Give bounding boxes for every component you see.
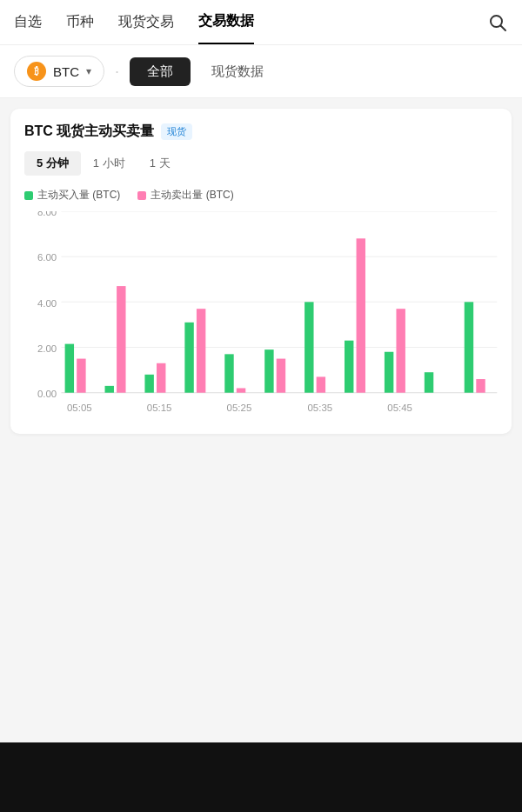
time-tab-5min[interactable]: 5 分钟 — [24, 151, 81, 176]
legend-buy: 主动买入量 (BTC) — [24, 188, 120, 203]
search-button[interactable] — [487, 12, 508, 33]
sell-color-dot — [137, 191, 146, 200]
svg-text:05:35: 05:35 — [307, 403, 332, 413]
bar-buy-8 — [385, 352, 393, 393]
bar-sell-1 — [117, 286, 125, 393]
sell-label: 主动卖出量 (BTC) — [151, 188, 233, 203]
bar-sell-6 — [317, 376, 325, 392]
time-tabs: 5 分钟 1 小时 1 天 — [24, 151, 498, 176]
bar-sell-2 — [157, 363, 165, 393]
buy-color-dot — [24, 191, 33, 200]
bar-buy-4 — [224, 354, 233, 392]
bar-buy-10 — [465, 302, 473, 392]
svg-text:8.00: 8.00 — [37, 211, 57, 217]
bar-buy-7 — [345, 341, 353, 393]
bottom-bar — [0, 742, 522, 812]
svg-text:05:25: 05:25 — [227, 403, 252, 413]
divider: · — [115, 63, 119, 81]
coin-selector[interactable]: ₿ BTC ▾ — [14, 56, 104, 87]
nav-item-bizhong[interactable]: 币种 — [66, 1, 94, 43]
bar-sell-0 — [77, 359, 85, 393]
bar-buy-3 — [184, 323, 193, 393]
chart-area: 8.00 6.00 4.00 2.00 0.00 — [24, 211, 498, 420]
tab-all[interactable]: 全部 — [130, 57, 191, 86]
bar-sell-3 — [197, 309, 205, 393]
bar-buy-2 — [144, 375, 153, 393]
tab-spot-data[interactable]: 现货数据 — [194, 57, 281, 86]
buy-label: 主动买入量 (BTC) — [37, 188, 120, 203]
time-tab-1h[interactable]: 1 小时 — [81, 151, 137, 176]
svg-text:2.00: 2.00 — [37, 343, 57, 354]
chart-title-row: BTC 现货主动买卖量 现货 — [24, 123, 498, 141]
bar-buy-1 — [105, 386, 114, 393]
svg-text:05:05: 05:05 — [67, 403, 92, 413]
bar-buy-0 — [65, 344, 74, 393]
bar-buy-6 — [304, 302, 313, 392]
top-nav: 自选 币种 现货交易 交易数据 — [0, 0, 522, 45]
bar-sell-8 — [396, 309, 405, 393]
bar-sell-10 — [476, 379, 485, 393]
chevron-down-icon: ▾ — [86, 65, 91, 77]
nav-items: 自选 币种 现货交易 交易数据 — [14, 0, 487, 44]
filter-row: ₿ BTC ▾ · 全部 现货数据 — [0, 45, 522, 98]
bar-sell-5 — [277, 359, 285, 393]
nav-item-xianhuo[interactable]: 现货交易 — [118, 1, 174, 43]
search-icon — [488, 13, 507, 32]
bar-sell-7 — [357, 238, 365, 392]
time-tab-1d[interactable]: 1 天 — [137, 151, 183, 176]
chart-card: BTC 现货主动买卖量 现货 5 分钟 1 小时 1 天 主动买入量 (BTC)… — [10, 109, 512, 434]
filter-tab-group: 全部 现货数据 — [130, 57, 281, 86]
chart-title: BTC 现货主动买卖量 — [24, 123, 154, 141]
svg-line-1 — [501, 25, 506, 30]
coin-label: BTC — [53, 64, 79, 79]
bar-buy-9 — [425, 372, 433, 392]
svg-text:6.00: 6.00 — [37, 252, 57, 263]
legend-sell: 主动卖出量 (BTC) — [137, 188, 233, 203]
svg-text:05:45: 05:45 — [387, 403, 412, 413]
svg-text:4.00: 4.00 — [37, 298, 57, 309]
bar-chart: 8.00 6.00 4.00 2.00 0.00 — [24, 211, 498, 420]
svg-text:0.00: 0.00 — [37, 389, 57, 399]
bar-sell-4 — [237, 388, 245, 392]
spot-badge: 现货 — [161, 123, 192, 140]
nav-item-jiaoyishuju[interactable]: 交易数据 — [198, 0, 254, 44]
btc-icon: ₿ — [27, 62, 46, 81]
svg-text:05:15: 05:15 — [147, 403, 172, 413]
chart-legend: 主动买入量 (BTC) 主动卖出量 (BTC) — [24, 188, 498, 203]
nav-item-zixuan[interactable]: 自选 — [14, 1, 42, 43]
bar-buy-5 — [264, 349, 273, 393]
